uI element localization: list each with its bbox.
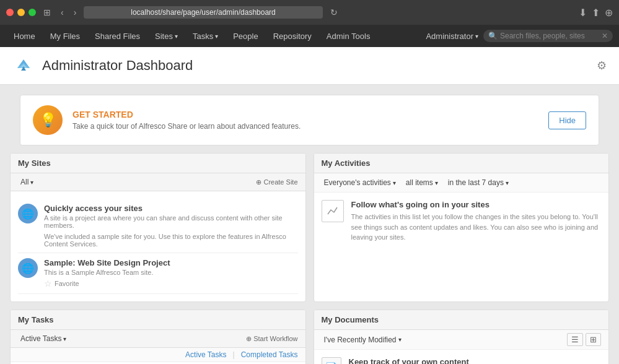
tasks-separator: |	[233, 350, 235, 359]
sites-filter-dropdown[interactable]: All	[18, 176, 36, 188]
new-tab-icon[interactable]: ⊕	[605, 7, 613, 19]
my-activities-header: My Activities	[314, 154, 609, 173]
placeholder-title: Quickly access your sites	[44, 204, 298, 213]
forward-button[interactable]: ›	[71, 6, 79, 19]
search-bar: 🔍 ✕	[483, 30, 613, 42]
placeholder-desc1: A site is a project area where you can s…	[44, 214, 298, 229]
page-title: Administrator Dashboard	[42, 58, 193, 74]
activity-filter1-dropdown[interactable]: Everyone's activities	[322, 177, 398, 188]
favorite-label[interactable]: Favorite	[55, 280, 79, 287]
alfresco-logo	[12, 54, 35, 77]
sites-placeholder: 🌐 Quickly access your sites A site is a …	[18, 199, 298, 253]
sites-empty-message: 🌐 Quickly access your sites A site is a …	[18, 199, 298, 294]
sample-site-desc: This is a Sample Alfresco Team site.	[44, 269, 298, 276]
docs-view-buttons: ☰ ⊞	[567, 333, 601, 346]
nav-people[interactable]: People	[226, 27, 265, 46]
my-sites-body: 🌐 Quickly access your sites A site is a …	[11, 191, 305, 301]
banner-area: 💡 GET STARTED Take a quick tour of Alfre…	[0, 85, 619, 150]
get-started-banner: 💡 GET STARTED Take a quick tour of Alfre…	[20, 95, 599, 145]
traffic-lights	[6, 9, 36, 16]
activity-chart-icon	[322, 200, 344, 222]
banner-subtitle: Take a quick tour of Alfresco Share or l…	[72, 122, 538, 131]
completed-tasks-link[interactable]: Completed Tasks	[241, 350, 298, 359]
create-site-action[interactable]: ⊕ Create Site	[256, 178, 297, 186]
active-tasks-label: Active Tasks	[185, 350, 226, 359]
nav-home[interactable]: Home	[6, 27, 43, 46]
sample-site-item: 🌐 Sample: Web Site Design Project This i…	[18, 253, 298, 294]
document-icon: 📄	[322, 357, 341, 364]
hide-button[interactable]: Hide	[548, 111, 586, 129]
nav-tasks[interactable]: Tasks	[185, 27, 226, 46]
list-view-button[interactable]: ☰	[567, 333, 583, 346]
navbar: Home My Files Shared Files Sites Tasks P…	[0, 25, 619, 47]
start-workflow-icon: ⊕	[246, 335, 252, 343]
page-header: Administrator Dashboard ⚙	[0, 47, 619, 85]
activity-empty-state: Follow what's going on in your sites The…	[314, 193, 609, 250]
favorite-star-icon[interactable]: ☆	[44, 279, 52, 288]
my-sites-toolbar: All ⊕ Create Site	[11, 173, 305, 191]
banner-icon: 💡	[33, 105, 63, 135]
activity-text: Follow what's going on in your sites The…	[351, 200, 602, 243]
minimize-button[interactable]	[17, 9, 25, 16]
sample-site-content: Sample: Web Site Design Project This is …	[44, 258, 298, 288]
grid-view-button[interactable]: ⊞	[586, 333, 601, 346]
docs-filter-dropdown[interactable]: I've Recently Modified	[322, 334, 404, 345]
my-tasks-dashlet: My Tasks Active Tasks ⊕ Start Workflow A…	[10, 310, 306, 364]
share-icon[interactable]: ⬆	[592, 7, 600, 19]
favorite-row: ☆ Favorite	[44, 279, 298, 288]
my-sites-header: My Sites	[11, 154, 305, 173]
close-button[interactable]	[6, 9, 14, 16]
activity-empty-title: Follow what's going on in your sites	[351, 200, 602, 209]
header-left: Administrator Dashboard	[12, 54, 193, 77]
my-sites-dashlet: My Sites All ⊕ Create Site 🌐 Quickly acc…	[10, 153, 306, 302]
banner-text: GET STARTED Take a quick tour of Alfresc…	[72, 110, 538, 131]
activity-filter2-dropdown[interactable]: all items	[403, 177, 441, 188]
docs-toolbar: I've Recently Modified ☰ ⊞	[314, 330, 609, 350]
activity-filter3-dropdown[interactable]: in the last 7 days	[446, 177, 511, 188]
activity-empty-desc: The activities in this list let you foll…	[351, 212, 602, 243]
url-bar[interactable]: localhost/share/page/user/admin/dashboar…	[84, 6, 322, 19]
reload-button[interactable]: ↻	[328, 6, 340, 19]
banner-title: GET STARTED	[72, 110, 538, 119]
my-documents-dashlet: My Documents I've Recently Modified ☰ ⊞ …	[314, 310, 610, 364]
activity-filter-bar: Everyone's activities all items in the l…	[314, 173, 609, 193]
create-site-label[interactable]: Create Site	[263, 178, 297, 186]
settings-icon[interactable]: ⚙	[597, 59, 607, 72]
my-activities-dashlet: My Activities Everyone's activities all …	[314, 153, 610, 302]
start-workflow-action[interactable]: ⊕ Start Workflow	[246, 335, 297, 343]
user-menu[interactable]: Administrator	[426, 32, 478, 41]
dashlets-grid: My Sites All ⊕ Create Site 🌐 Quickly acc…	[0, 150, 619, 364]
sidebar-toggle[interactable]: ⊞	[41, 6, 53, 19]
sample-site-icon: 🌐	[18, 258, 38, 278]
tasks-subtoolbar: Active Tasks | Completed Tasks	[11, 348, 305, 362]
doc-content: Keep track of your own content This dash…	[349, 357, 602, 364]
browser-chrome: ⊞ ‹ › localhost/share/page/user/admin/da…	[0, 0, 619, 25]
sample-site-name[interactable]: Sample: Web Site Design Project	[44, 258, 298, 267]
content-area: 💡 GET STARTED Take a quick tour of Alfre…	[0, 85, 619, 364]
placeholder-desc2: We've included a sample site for you. Us…	[44, 233, 298, 248]
nav-sites[interactable]: Sites	[147, 27, 185, 46]
start-workflow-label[interactable]: Start Workflow	[253, 335, 297, 342]
maximize-button[interactable]	[29, 9, 36, 16]
my-tasks-toolbar: Active Tasks ⊕ Start Workflow	[11, 330, 305, 348]
nav-repository[interactable]: Repository	[266, 27, 319, 46]
create-site-icon: ⊕	[256, 178, 261, 186]
my-documents-header: My Documents	[314, 310, 609, 330]
search-clear-icon[interactable]: ✕	[602, 32, 608, 40]
placeholder-globe-icon: 🌐	[18, 204, 38, 223]
download-icon[interactable]: ⬇	[579, 7, 587, 19]
nav-my-files[interactable]: My Files	[43, 27, 87, 46]
nav-shared-files[interactable]: Shared Files	[87, 27, 147, 46]
placeholder-content: Quickly access your sites A site is a pr…	[44, 204, 298, 248]
doc-title: Keep track of your own content	[349, 357, 602, 364]
doc-item: 📄 Keep track of your own content This da…	[314, 350, 609, 364]
tasks-filter-dropdown[interactable]: Active Tasks	[18, 333, 69, 344]
back-button[interactable]: ‹	[58, 6, 66, 19]
search-icon: 🔍	[488, 32, 498, 40]
my-tasks-header: My Tasks	[11, 310, 305, 330]
nav-admin-tools[interactable]: Admin Tools	[319, 27, 378, 46]
search-input[interactable]	[500, 32, 599, 40]
